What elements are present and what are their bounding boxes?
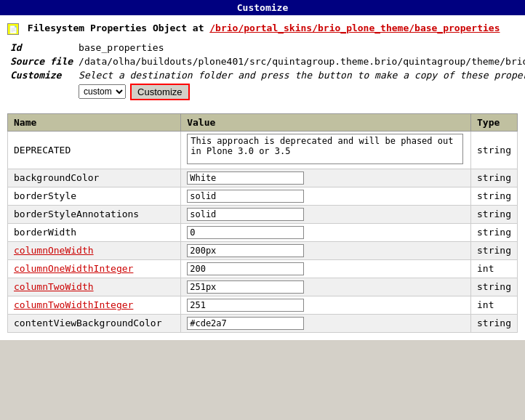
prop-value-input[interactable] bbox=[187, 190, 304, 203]
file-icon: 📄 bbox=[7, 23, 19, 35]
table-row: DEPRECATEDstring bbox=[8, 131, 518, 169]
prop-name-link[interactable]: columnOneWidthInteger bbox=[14, 263, 133, 274]
table-row: columnOneWidthstring bbox=[8, 241, 518, 259]
prop-value-input[interactable] bbox=[187, 280, 304, 294]
prop-type: string bbox=[471, 241, 518, 259]
prop-name: contentViewBackgroundColor bbox=[8, 314, 181, 332]
prop-value-input[interactable] bbox=[187, 317, 304, 330]
title-bar: Customize bbox=[0, 0, 525, 15]
content-area: 📄 Filesystem Properties Object at /brio/… bbox=[0, 15, 525, 340]
prop-name-link[interactable]: columnTwoWidthInteger bbox=[14, 299, 133, 310]
meta-table: Id base_properties Source file /data/olh… bbox=[7, 41, 525, 108]
prop-type: string bbox=[471, 169, 518, 187]
prop-value-input[interactable] bbox=[187, 208, 304, 221]
customize-description: Select a destination folder and press th… bbox=[79, 70, 525, 81]
prop-name-link[interactable]: columnTwoWidth bbox=[14, 281, 94, 292]
file-info: 📄 Filesystem Properties Object at /brio/… bbox=[7, 23, 518, 35]
prop-type: string bbox=[471, 223, 518, 241]
prop-name: borderStyleAnnotations bbox=[8, 205, 181, 223]
prop-type: int bbox=[471, 259, 518, 278]
source-label: Source file bbox=[7, 54, 76, 68]
col-header-name: Name bbox=[8, 113, 181, 131]
prop-value-input[interactable] bbox=[187, 244, 304, 257]
prop-type: int bbox=[471, 296, 518, 314]
table-row: columnOneWidthIntegerint bbox=[8, 259, 518, 278]
prop-type: string bbox=[471, 314, 518, 332]
table-row: contentViewBackgroundColorstring bbox=[8, 314, 518, 332]
prop-name: borderWidth bbox=[8, 223, 181, 241]
window-title: Customize bbox=[237, 2, 288, 13]
table-row: backgroundColorstring bbox=[8, 169, 518, 187]
prop-type: string bbox=[471, 187, 518, 205]
prop-name: DEPRECATED bbox=[8, 131, 181, 169]
prop-value-input[interactable] bbox=[187, 262, 304, 275]
id-label: Id bbox=[7, 41, 76, 54]
prop-value-input[interactable] bbox=[187, 171, 304, 185]
table-row: borderStylestring bbox=[8, 187, 518, 205]
prop-name-link[interactable]: columnOneWidth bbox=[14, 245, 94, 256]
customize-label: Customize bbox=[7, 68, 76, 108]
prop-name: borderStyle bbox=[8, 187, 181, 205]
col-header-type: Type bbox=[471, 113, 518, 131]
prop-type: string bbox=[471, 205, 518, 223]
customize-button[interactable]: Customize bbox=[130, 84, 189, 100]
table-row: columnTwoWidthstring bbox=[8, 278, 518, 296]
prop-name: backgroundColor bbox=[8, 169, 181, 187]
breadcrumb-prefix: Filesystem Properties Object at bbox=[28, 23, 204, 33]
prop-value-input[interactable] bbox=[187, 226, 304, 239]
customize-row: custom Customize bbox=[79, 84, 525, 100]
table-row: columnTwoWidthIntegerint bbox=[8, 296, 518, 314]
prop-type: string bbox=[471, 278, 518, 296]
table-header-row: Name Value Type bbox=[8, 113, 518, 131]
id-value: base_properties bbox=[76, 41, 525, 54]
prop-value-input[interactable] bbox=[187, 299, 304, 312]
folder-select[interactable]: custom bbox=[79, 84, 126, 99]
properties-table: Name Value Type DEPRECATEDstringbackgrou… bbox=[7, 113, 518, 333]
customize-desc-cell: Select a destination folder and press th… bbox=[76, 68, 525, 108]
breadcrumb: 📄 Filesystem Properties Object at /brio/… bbox=[7, 23, 518, 35]
prop-value-textarea[interactable] bbox=[187, 134, 463, 164]
source-value: /data/olha/buildouts/plone401/src/quinta… bbox=[76, 54, 525, 68]
breadcrumb-path1[interactable]: /brio/portal_skins/brio_plone_theme bbox=[209, 23, 409, 33]
col-header-value: Value bbox=[181, 113, 471, 131]
table-row: borderStyleAnnotationsstring bbox=[8, 205, 518, 223]
breadcrumb-path2[interactable]: /base_properties bbox=[409, 23, 500, 33]
prop-type: string bbox=[471, 131, 518, 169]
table-row: borderWidthstring bbox=[8, 223, 518, 241]
